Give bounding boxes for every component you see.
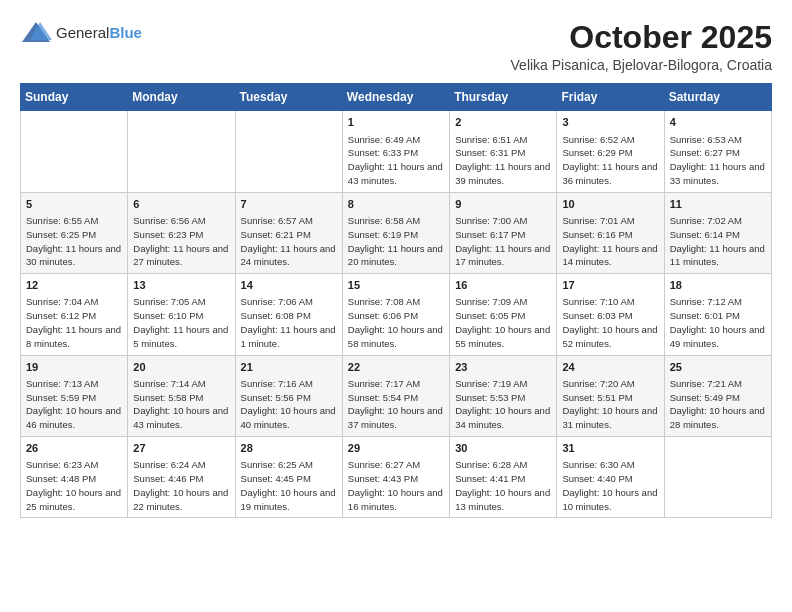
day-number: 23 — [455, 360, 551, 375]
calendar-cell: 27Sunrise: 6:24 AM Sunset: 4:46 PM Dayli… — [128, 437, 235, 518]
day-number: 22 — [348, 360, 444, 375]
day-info: Sunrise: 7:20 AM Sunset: 5:51 PM Dayligh… — [562, 377, 658, 432]
day-number: 26 — [26, 441, 122, 456]
calendar-cell: 19Sunrise: 7:13 AM Sunset: 5:59 PM Dayli… — [21, 355, 128, 436]
day-number: 18 — [670, 278, 766, 293]
calendar-cell: 18Sunrise: 7:12 AM Sunset: 6:01 PM Dayli… — [664, 274, 771, 355]
day-info: Sunrise: 7:13 AM Sunset: 5:59 PM Dayligh… — [26, 377, 122, 432]
calendar-cell — [128, 111, 235, 192]
header-monday: Monday — [128, 84, 235, 111]
day-info: Sunrise: 7:16 AM Sunset: 5:56 PM Dayligh… — [241, 377, 337, 432]
calendar-cell: 1Sunrise: 6:49 AM Sunset: 6:33 PM Daylig… — [342, 111, 449, 192]
logo-text: GeneralBlue — [56, 24, 142, 42]
calendar-week-row: 19Sunrise: 7:13 AM Sunset: 5:59 PM Dayli… — [21, 355, 772, 436]
day-number: 24 — [562, 360, 658, 375]
logo-icon — [20, 20, 52, 46]
calendar-cell: 26Sunrise: 6:23 AM Sunset: 4:48 PM Dayli… — [21, 437, 128, 518]
day-info: Sunrise: 7:06 AM Sunset: 6:08 PM Dayligh… — [241, 295, 337, 350]
day-info: Sunrise: 7:04 AM Sunset: 6:12 PM Dayligh… — [26, 295, 122, 350]
calendar-cell: 22Sunrise: 7:17 AM Sunset: 5:54 PM Dayli… — [342, 355, 449, 436]
weekday-header-row: Sunday Monday Tuesday Wednesday Thursday… — [21, 84, 772, 111]
calendar-cell: 5Sunrise: 6:55 AM Sunset: 6:25 PM Daylig… — [21, 192, 128, 273]
day-info: Sunrise: 6:51 AM Sunset: 6:31 PM Dayligh… — [455, 133, 551, 188]
calendar-cell — [664, 437, 771, 518]
day-number: 27 — [133, 441, 229, 456]
day-number: 6 — [133, 197, 229, 212]
calendar-cell: 8Sunrise: 6:58 AM Sunset: 6:19 PM Daylig… — [342, 192, 449, 273]
calendar-cell — [21, 111, 128, 192]
calendar-week-row: 12Sunrise: 7:04 AM Sunset: 6:12 PM Dayli… — [21, 274, 772, 355]
day-info: Sunrise: 6:28 AM Sunset: 4:41 PM Dayligh… — [455, 458, 551, 513]
calendar-cell: 6Sunrise: 6:56 AM Sunset: 6:23 PM Daylig… — [128, 192, 235, 273]
day-info: Sunrise: 6:58 AM Sunset: 6:19 PM Dayligh… — [348, 214, 444, 269]
calendar-cell: 13Sunrise: 7:05 AM Sunset: 6:10 PM Dayli… — [128, 274, 235, 355]
day-info: Sunrise: 7:08 AM Sunset: 6:06 PM Dayligh… — [348, 295, 444, 350]
day-number: 3 — [562, 115, 658, 130]
calendar-cell: 4Sunrise: 6:53 AM Sunset: 6:27 PM Daylig… — [664, 111, 771, 192]
day-info: Sunrise: 6:57 AM Sunset: 6:21 PM Dayligh… — [241, 214, 337, 269]
day-info: Sunrise: 7:12 AM Sunset: 6:01 PM Dayligh… — [670, 295, 766, 350]
day-number: 17 — [562, 278, 658, 293]
calendar-cell: 23Sunrise: 7:19 AM Sunset: 5:53 PM Dayli… — [450, 355, 557, 436]
calendar-cell: 10Sunrise: 7:01 AM Sunset: 6:16 PM Dayli… — [557, 192, 664, 273]
calendar-cell: 14Sunrise: 7:06 AM Sunset: 6:08 PM Dayli… — [235, 274, 342, 355]
day-info: Sunrise: 6:56 AM Sunset: 6:23 PM Dayligh… — [133, 214, 229, 269]
header-wednesday: Wednesday — [342, 84, 449, 111]
day-info: Sunrise: 7:19 AM Sunset: 5:53 PM Dayligh… — [455, 377, 551, 432]
day-number: 4 — [670, 115, 766, 130]
day-number: 13 — [133, 278, 229, 293]
calendar-table: Sunday Monday Tuesday Wednesday Thursday… — [20, 83, 772, 518]
calendar-cell: 11Sunrise: 7:02 AM Sunset: 6:14 PM Dayli… — [664, 192, 771, 273]
calendar-cell: 17Sunrise: 7:10 AM Sunset: 6:03 PM Dayli… — [557, 274, 664, 355]
day-number: 19 — [26, 360, 122, 375]
day-number: 2 — [455, 115, 551, 130]
calendar-cell — [235, 111, 342, 192]
day-number: 25 — [670, 360, 766, 375]
day-info: Sunrise: 7:14 AM Sunset: 5:58 PM Dayligh… — [133, 377, 229, 432]
calendar-cell: 15Sunrise: 7:08 AM Sunset: 6:06 PM Dayli… — [342, 274, 449, 355]
header-sunday: Sunday — [21, 84, 128, 111]
header-friday: Friday — [557, 84, 664, 111]
calendar-week-row: 26Sunrise: 6:23 AM Sunset: 4:48 PM Dayli… — [21, 437, 772, 518]
day-info: Sunrise: 7:05 AM Sunset: 6:10 PM Dayligh… — [133, 295, 229, 350]
day-info: Sunrise: 6:52 AM Sunset: 6:29 PM Dayligh… — [562, 133, 658, 188]
day-number: 21 — [241, 360, 337, 375]
day-info: Sunrise: 6:25 AM Sunset: 4:45 PM Dayligh… — [241, 458, 337, 513]
calendar-week-row: 1Sunrise: 6:49 AM Sunset: 6:33 PM Daylig… — [21, 111, 772, 192]
calendar-cell: 29Sunrise: 6:27 AM Sunset: 4:43 PM Dayli… — [342, 437, 449, 518]
day-number: 14 — [241, 278, 337, 293]
calendar-week-row: 5Sunrise: 6:55 AM Sunset: 6:25 PM Daylig… — [21, 192, 772, 273]
calendar-cell: 30Sunrise: 6:28 AM Sunset: 4:41 PM Dayli… — [450, 437, 557, 518]
header-saturday: Saturday — [664, 84, 771, 111]
day-number: 10 — [562, 197, 658, 212]
day-number: 30 — [455, 441, 551, 456]
calendar-cell: 7Sunrise: 6:57 AM Sunset: 6:21 PM Daylig… — [235, 192, 342, 273]
day-info: Sunrise: 7:10 AM Sunset: 6:03 PM Dayligh… — [562, 295, 658, 350]
day-number: 12 — [26, 278, 122, 293]
day-number: 1 — [348, 115, 444, 130]
day-info: Sunrise: 6:49 AM Sunset: 6:33 PM Dayligh… — [348, 133, 444, 188]
day-number: 9 — [455, 197, 551, 212]
title-block: October 2025 Velika Pisanica, Bjelovar-B… — [511, 20, 772, 73]
day-info: Sunrise: 7:09 AM Sunset: 6:05 PM Dayligh… — [455, 295, 551, 350]
calendar-cell: 24Sunrise: 7:20 AM Sunset: 5:51 PM Dayli… — [557, 355, 664, 436]
page-header: GeneralBlue October 2025 Velika Pisanica… — [20, 20, 772, 73]
day-number: 28 — [241, 441, 337, 456]
day-info: Sunrise: 6:30 AM Sunset: 4:40 PM Dayligh… — [562, 458, 658, 513]
day-number: 16 — [455, 278, 551, 293]
day-number: 31 — [562, 441, 658, 456]
month-title: October 2025 — [511, 20, 772, 55]
day-info: Sunrise: 6:24 AM Sunset: 4:46 PM Dayligh… — [133, 458, 229, 513]
day-info: Sunrise: 6:55 AM Sunset: 6:25 PM Dayligh… — [26, 214, 122, 269]
day-info: Sunrise: 7:01 AM Sunset: 6:16 PM Dayligh… — [562, 214, 658, 269]
day-info: Sunrise: 7:17 AM Sunset: 5:54 PM Dayligh… — [348, 377, 444, 432]
day-number: 5 — [26, 197, 122, 212]
day-number: 20 — [133, 360, 229, 375]
day-info: Sunrise: 6:27 AM Sunset: 4:43 PM Dayligh… — [348, 458, 444, 513]
day-number: 7 — [241, 197, 337, 212]
calendar-cell: 21Sunrise: 7:16 AM Sunset: 5:56 PM Dayli… — [235, 355, 342, 436]
calendar-cell: 31Sunrise: 6:30 AM Sunset: 4:40 PM Dayli… — [557, 437, 664, 518]
calendar-cell: 25Sunrise: 7:21 AM Sunset: 5:49 PM Dayli… — [664, 355, 771, 436]
location: Velika Pisanica, Bjelovar-Bilogora, Croa… — [511, 57, 772, 73]
calendar-cell: 28Sunrise: 6:25 AM Sunset: 4:45 PM Dayli… — [235, 437, 342, 518]
